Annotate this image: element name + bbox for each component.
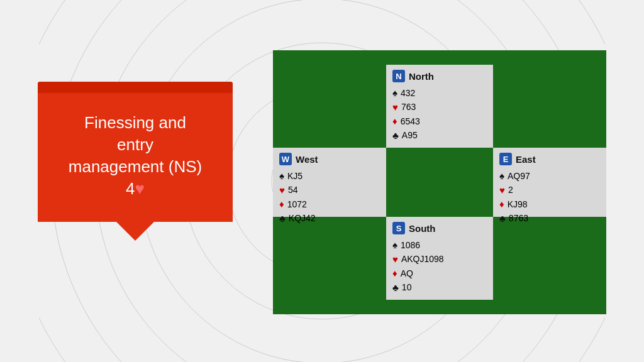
spade-icon: ♠ [279,169,284,184]
west-diamonds-value: 1072 [287,198,307,211]
west-badge: W [279,153,292,165]
east-panel: E East ♠ AQ97 ♥ 2 ♦ KJ98 ♣ 8763 [493,148,606,217]
bridge-table: N North ♠ 432 ♥ 763 ♦ 6543 ♣ A95 W West … [273,50,606,314]
heart-icon: ♥ [279,184,285,198]
north-label: North [409,71,434,82]
west-diamonds: ♦ 1072 [279,197,380,212]
west-panel: W West ♠ KJ5 ♥ 54 ♦ 1072 ♣ KQJ42 [273,148,386,217]
spade-icon: ♠ [499,169,504,184]
club-icon: ♣ [392,129,399,143]
club-icon: ♣ [392,281,399,295]
west-spades-value: KJ5 [287,170,303,183]
east-spades-value: AQ97 [508,170,530,183]
cell-bottom-right [493,217,606,314]
south-hearts: ♥ AKQJ1098 [392,253,487,267]
bubble-text: Finessing and entry management (NS) 4♥ [50,112,220,200]
speech-bubble: Finessing and entry management (NS) 4♥ [38,82,233,241]
east-label: East [516,154,536,165]
bubble-body: Finessing and entry management (NS) 4♥ [38,93,233,222]
north-header: N North [392,70,487,82]
cell-top-left [273,50,386,148]
west-clubs-value: KQJ42 [289,212,316,225]
west-label: West [296,154,318,165]
west-header: W West [279,153,380,165]
north-spades: ♠ 432 [392,86,487,101]
diamond-icon: ♦ [392,266,397,281]
south-header: S South [392,222,487,234]
north-diamonds: ♦ 6543 [392,114,487,129]
south-hearts-value: AKQJ1098 [401,253,444,266]
bubble-line4: 4 [126,179,135,198]
east-hearts-value: 2 [508,184,513,197]
south-label: South [409,223,436,234]
south-badge: S [392,222,405,234]
north-hearts: ♥ 763 [392,101,487,115]
heart-icon: ♥ [392,253,398,267]
bubble-arrow [116,222,154,241]
south-spades: ♠ 1086 [392,238,487,253]
east-diamonds: ♦ KJ98 [499,197,600,212]
bubble-line3: management (NS) [69,157,202,176]
cell-bottom-left [273,217,386,314]
club-icon: ♣ [499,212,506,226]
east-clubs: ♣ 8763 [499,212,600,226]
south-spades-value: 1086 [401,239,420,252]
north-diamonds-value: 6543 [401,115,420,128]
spade-icon: ♠ [392,238,397,253]
diamond-icon: ♦ [279,197,284,212]
bubble-line2: entry [117,135,153,154]
cell-top-right [493,50,606,148]
north-badge: N [392,70,405,82]
heart-icon: ♥ [499,184,505,198]
bubble-heart: ♥ [135,179,145,198]
heart-icon: ♥ [392,101,398,115]
bubble-top-bar [38,82,233,93]
east-badge: E [499,153,512,165]
west-hearts-value: 54 [288,184,298,197]
west-hearts: ♥ 54 [279,184,380,198]
north-panel: N North ♠ 432 ♥ 763 ♦ 6543 ♣ A95 [386,65,493,148]
north-spades-value: 432 [401,87,415,100]
north-clubs-value: A95 [402,129,418,142]
north-hearts-value: 763 [401,101,416,114]
east-diamonds-value: KJ98 [508,198,528,211]
east-clubs-value: 8763 [509,212,528,225]
west-spades: ♠ KJ5 [279,169,380,184]
south-clubs-value: 10 [402,281,412,294]
south-panel: S South ♠ 1086 ♥ AKQJ1098 ♦ AQ ♣ 10 [386,217,493,300]
spade-icon: ♠ [392,86,397,101]
bubble-line1: Finessing and [84,113,186,132]
diamond-icon: ♦ [499,197,504,212]
south-diamonds: ♦ AQ [392,266,487,281]
north-clubs: ♣ A95 [392,129,487,143]
east-header: E East [499,153,600,165]
west-clubs: ♣ KQJ42 [279,212,380,226]
south-clubs: ♣ 10 [392,281,487,295]
east-spades: ♠ AQ97 [499,169,600,184]
east-hearts: ♥ 2 [499,184,600,198]
cell-center [386,148,493,217]
south-diamonds-value: AQ [401,267,413,280]
diamond-icon: ♦ [392,114,397,129]
club-icon: ♣ [279,212,286,226]
